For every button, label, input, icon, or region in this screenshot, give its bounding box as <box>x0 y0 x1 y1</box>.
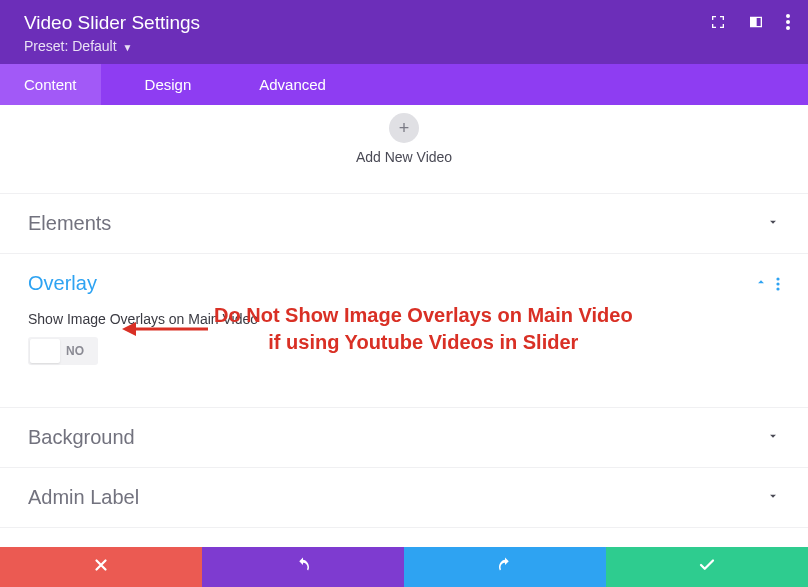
preset-value: Default <box>72 38 116 54</box>
annotation-text: Do Not Show Image Overlays on Main Video… <box>214 302 633 356</box>
section-background: Background <box>0 407 808 467</box>
content-panel: + Add New Video Elements Overlay <box>0 105 808 528</box>
annotation-line2: if using Youtube Videos in Slider <box>214 329 633 356</box>
redo-icon <box>496 556 514 578</box>
modal-header: Video Slider Settings Preset: Default ▼ <box>0 0 808 64</box>
section-elements-title: Elements <box>28 212 111 235</box>
panel-icon[interactable] <box>748 14 764 34</box>
save-button[interactable] <box>606 547 808 587</box>
plus-icon: + <box>399 118 410 139</box>
bottom-action-bar <box>0 547 808 587</box>
more-icon[interactable] <box>786 14 790 34</box>
tab-content[interactable]: Content <box>0 64 101 105</box>
modal-title: Video Slider Settings <box>24 12 784 34</box>
preset-label: Preset: <box>24 38 68 54</box>
expand-icon[interactable] <box>710 14 726 34</box>
svg-point-0 <box>786 14 790 18</box>
add-video-label: Add New Video <box>0 149 808 165</box>
section-overlay-title: Overlay <box>28 272 97 295</box>
toggle-knob <box>30 339 60 363</box>
close-icon <box>92 556 110 578</box>
redo-button[interactable] <box>404 547 606 587</box>
section-elements: Elements <box>0 193 808 253</box>
undo-button[interactable] <box>202 547 404 587</box>
toggle-value: NO <box>66 344 84 358</box>
section-admin-label-header[interactable]: Admin Label <box>28 486 780 509</box>
check-icon <box>698 556 716 578</box>
section-more-icon[interactable] <box>776 277 780 291</box>
section-overlay: Overlay Show Image Overlays on Main Vide… <box>0 253 808 407</box>
tab-design[interactable]: Design <box>121 64 216 105</box>
arrow-left-icon <box>120 314 210 344</box>
section-overlay-header[interactable]: Overlay <box>28 272 780 295</box>
svg-point-2 <box>786 26 790 30</box>
caret-down-icon: ▼ <box>123 42 133 53</box>
svg-point-1 <box>786 20 790 24</box>
chevron-up-icon <box>754 275 768 293</box>
add-video-region: + Add New Video <box>0 105 808 193</box>
header-actions <box>710 14 790 34</box>
svg-point-3 <box>776 277 779 280</box>
cancel-button[interactable] <box>0 547 202 587</box>
undo-icon <box>294 556 312 578</box>
section-elements-header[interactable]: Elements <box>28 212 780 235</box>
section-background-header[interactable]: Background <box>28 426 780 449</box>
svg-point-5 <box>776 287 779 290</box>
annotation-line1: Do Not Show Image Overlays on Main Video <box>214 302 633 329</box>
chevron-down-icon <box>766 429 780 447</box>
svg-marker-7 <box>122 322 136 336</box>
preset-selector[interactable]: Preset: Default ▼ <box>24 38 784 54</box>
section-background-title: Background <box>28 426 135 449</box>
section-admin-label: Admin Label <box>0 467 808 528</box>
section-admin-label-title: Admin Label <box>28 486 139 509</box>
tab-advanced[interactable]: Advanced <box>235 64 350 105</box>
overlay-toggle[interactable]: NO <box>28 337 98 365</box>
add-video-button[interactable]: + <box>389 113 419 143</box>
tabs: Content Design Advanced <box>0 64 808 105</box>
svg-point-4 <box>776 282 779 285</box>
chevron-down-icon <box>766 489 780 507</box>
annotation: Do Not Show Image Overlays on Main Video… <box>120 302 633 356</box>
chevron-down-icon <box>766 215 780 233</box>
